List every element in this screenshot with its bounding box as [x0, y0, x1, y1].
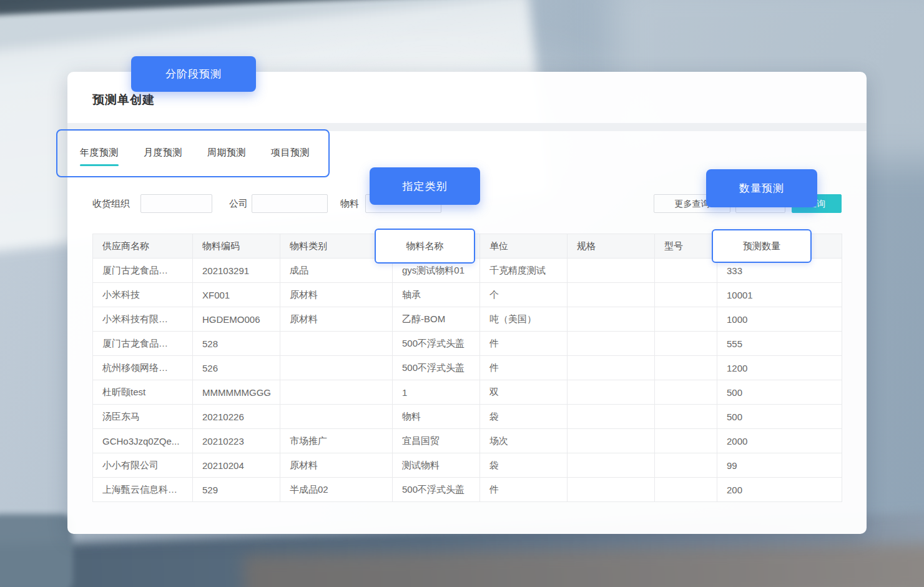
column-header: 规格: [568, 234, 655, 259]
table-cell: 1000: [717, 307, 842, 332]
table-cell: [280, 332, 393, 356]
table-cell: 测试物料: [393, 453, 480, 478]
table-cell: 10001: [717, 283, 842, 307]
table-cell: 20210223: [193, 429, 280, 453]
table-row[interactable]: 厦门古龙食品…528500不浮式头盖件555: [93, 332, 842, 356]
table-cell: 袋: [480, 405, 568, 429]
table-cell: HGDEMO006: [193, 307, 280, 332]
table-cell: [280, 356, 393, 380]
table-cell: 半成品02: [280, 478, 393, 502]
table-cell: [655, 356, 717, 380]
screenshot-root: 预测单创建 年度预测月度预测周期预测项目预测 收货组织 公司 物料 更多查询 查…: [0, 0, 924, 587]
table-cell: [655, 380, 717, 405]
table-cell: 市场推广: [280, 429, 393, 453]
table-cell: [568, 478, 655, 502]
table-cell: [568, 356, 655, 380]
table-cell: 1: [393, 380, 480, 405]
table-cell: 20210204: [193, 453, 280, 478]
specify-category-callout: 指定类别: [370, 167, 480, 205]
company-input[interactable]: [252, 194, 328, 213]
table-cell: [568, 332, 655, 356]
column-header: 供应商名称: [93, 234, 193, 259]
material-name-header-highlight: 物料名称: [375, 229, 475, 264]
table-cell: 500不浮式头盖: [393, 478, 480, 502]
table-cell: 宜昌国贸: [393, 429, 480, 453]
table-cell: [568, 259, 655, 283]
table-cell: 528: [193, 332, 280, 356]
table-row[interactable]: GCHo3Jzq0ZQe...20210223市场推广宜昌国贸场次2000: [93, 429, 842, 453]
tab-item-2[interactable]: 周期预测: [207, 146, 246, 166]
table-cell: 杭州移领网络…: [93, 356, 193, 380]
table-row[interactable]: 小米科技有限…HGDEMO006原材料乙醇-BOM吨（美国）1000: [93, 307, 842, 332]
table-cell: [280, 405, 393, 429]
table-row[interactable]: 汤臣东马20210226物料袋500: [93, 405, 842, 429]
table-cell: 2000: [717, 429, 842, 453]
table-row[interactable]: 上海甄云信息科…529半成品02500不浮式头盖件200: [93, 478, 842, 502]
table-cell: 汤臣东马: [93, 405, 193, 429]
table-cell: 轴承: [393, 283, 480, 307]
tab-item-1[interactable]: 月度预测: [144, 146, 182, 166]
phased-forecast-callout: 分阶段预测: [131, 56, 256, 92]
table-cell: 原材料: [280, 283, 393, 307]
table-row[interactable]: 杭州移领网络…526500不浮式头盖件1200: [93, 356, 842, 380]
table-cell: [655, 259, 717, 283]
table-cell: MMMMMMGGG: [193, 380, 280, 405]
table-cell: 乙醇-BOM: [393, 307, 480, 332]
table-cell: 吨（美国）: [480, 307, 568, 332]
table-cell: XF001: [193, 283, 280, 307]
tab-item-0[interactable]: 年度预测: [80, 146, 119, 166]
column-header: 型号: [655, 234, 717, 259]
table-cell: 上海甄云信息科…: [93, 478, 193, 502]
receiving-org-input[interactable]: [140, 194, 212, 213]
table-row[interactable]: 小米科技XF001原材料轴承个10001: [93, 283, 842, 307]
table-cell: 526: [193, 356, 280, 380]
table-cell: 202103291: [193, 259, 280, 283]
table-cell: [568, 453, 655, 478]
forecast-table-wrap: 供应商名称物料编码物料类别物料名称单位规格型号预测数量 厦门古龙食品…20210…: [92, 234, 842, 502]
table-cell: 个: [480, 283, 568, 307]
page-title: 预测单创建: [92, 92, 155, 108]
table-cell: 500: [717, 405, 842, 429]
table-cell: 500不浮式头盖: [393, 356, 480, 380]
forecast-table: 供应商名称物料编码物料类别物料名称单位规格型号预测数量 厦门古龙食品…20210…: [92, 234, 842, 502]
table-cell: 千克精度测试: [480, 259, 568, 283]
table-cell: 小小有限公司: [93, 453, 193, 478]
table-cell: [568, 283, 655, 307]
table-cell: 袋: [480, 453, 568, 478]
table-cell: 500: [717, 380, 842, 405]
company-label: 公司: [229, 194, 248, 213]
table-cell: 20210226: [193, 405, 280, 429]
table-row[interactable]: 杜昕颐testMMMMMMGGG1双500: [93, 380, 842, 405]
table-row[interactable]: 小小有限公司20210204原材料测试物料袋99: [93, 453, 842, 478]
table-cell: [655, 453, 717, 478]
tab-item-3[interactable]: 项目预测: [271, 146, 310, 166]
table-cell: 小米科技有限…: [93, 307, 193, 332]
quantity-forecast-callout: 数量预测: [706, 169, 817, 207]
table-cell: 529: [193, 478, 280, 502]
tab-bar: 年度预测月度预测周期预测项目预测: [80, 146, 310, 166]
table-cell: 小米科技: [93, 283, 193, 307]
table-cell: 双: [480, 380, 568, 405]
forecast-card: 预测单创建 年度预测月度预测周期预测项目预测 收货组织 公司 物料 更多查询 查…: [67, 72, 867, 534]
table-cell: [655, 405, 717, 429]
table-cell: 厦门古龙食品…: [93, 259, 193, 283]
receiving-org-label: 收货组织: [92, 194, 130, 213]
table-cell: [655, 307, 717, 332]
table-cell: 件: [480, 332, 568, 356]
table-cell: [655, 283, 717, 307]
table-cell: 200: [717, 478, 842, 502]
table-cell: [280, 380, 393, 405]
column-header: 单位: [480, 234, 568, 259]
table-cell: 件: [480, 478, 568, 502]
table-cell: [568, 405, 655, 429]
table-cell: 厦门古龙食品…: [93, 332, 193, 356]
table-cell: [655, 478, 717, 502]
table-cell: [655, 332, 717, 356]
table-cell: 99: [717, 453, 842, 478]
material-label: 物料: [340, 194, 359, 213]
table-cell: 场次: [480, 429, 568, 453]
table-cell: 原材料: [280, 307, 393, 332]
table-cell: [568, 380, 655, 405]
blurred-phone: [0, 514, 73, 587]
table-cell: 件: [480, 356, 568, 380]
